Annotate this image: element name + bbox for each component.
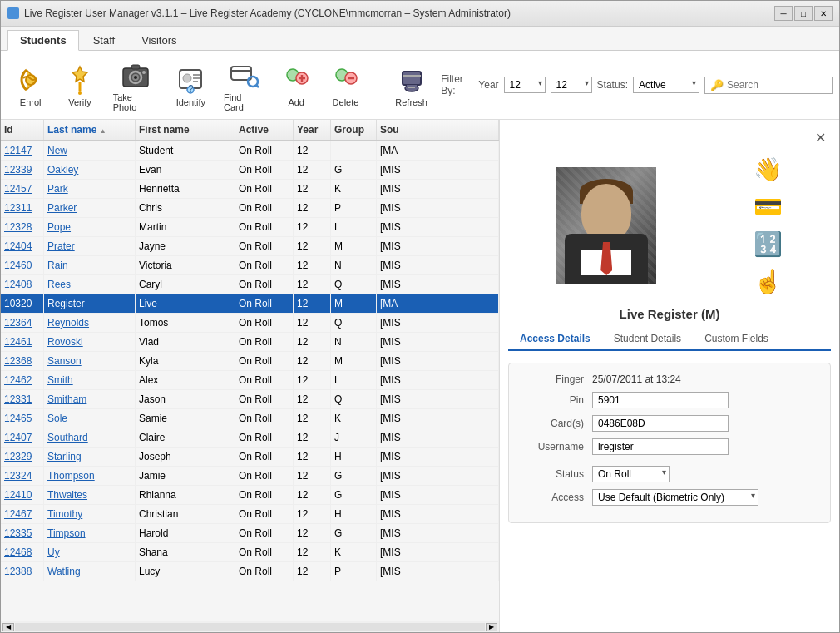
table-row[interactable]: 12410ThwaitesRhiannaOn Roll12G[MIS (1, 486, 499, 505)
status-row: Status On Roll Left Suspended (522, 466, 817, 482)
table-row[interactable]: 12364ReynoldsTomosOn Roll12Q[MIS (1, 314, 499, 333)
access-select[interactable]: Use Default (Biometric Only) Card Only P… (592, 489, 758, 506)
refresh-button[interactable]: Refresh (388, 59, 434, 111)
table-cell: P (331, 199, 377, 217)
scroll-right[interactable]: ▶ (486, 623, 497, 631)
table-row[interactable]: 12460RainVictoriaOn Roll12N[MIS (1, 256, 499, 275)
table-row[interactable]: 12461RovoskiVladOn Roll12N[MIS (1, 333, 499, 352)
year-num-select[interactable]: 12 (551, 77, 592, 93)
pin-row: Pin (522, 392, 817, 408)
table-row[interactable]: 12368SansonKylaOn Roll12M[MIS (1, 352, 499, 371)
col-group[interactable]: Group (331, 120, 377, 140)
enrol-label: Enrol (20, 97, 42, 107)
find-card-button[interactable]: Find Card (217, 54, 269, 116)
table-row[interactable]: 12457ParkHenriettaOn Roll12K[MIS (1, 180, 499, 199)
add-button[interactable]: Add (274, 59, 319, 111)
table-cell: [MIS (377, 467, 499, 485)
horizontal-scrollbar[interactable]: ◀ ▶ (1, 621, 499, 632)
detail-close-button[interactable]: ✕ (810, 128, 831, 147)
col-active[interactable]: Active (235, 120, 294, 140)
delete-button[interactable]: Delete (323, 59, 368, 111)
status-select[interactable]: On Roll Left Suspended (592, 466, 670, 482)
table-row[interactable]: 12147NewStudentOn Roll12[MA (1, 141, 499, 161)
enrol-button[interactable]: Enrol (7, 59, 53, 111)
verify-button[interactable]: Verify (57, 59, 102, 111)
finger-value: 25/07/2011 at 13:24 (592, 373, 681, 385)
take-photo-button[interactable]: Take Photo (106, 54, 165, 116)
access-details-content: Finger 25/07/2011 at 13:24 Pin Card(s) U… (508, 358, 831, 528)
pin-input[interactable] (592, 392, 729, 408)
tab-staff[interactable]: Staff (81, 30, 128, 50)
table-row[interactable]: 12388WatlingLucyOn Roll12P[MIS (1, 562, 499, 581)
close-button[interactable]: ✕ (814, 6, 833, 21)
minimize-button[interactable]: ─ (774, 6, 793, 21)
table-row[interactable]: 12408ReesCarylOn Roll12Q[MIS (1, 275, 499, 294)
table-row[interactable]: 12311ParkerChrisOn Roll12P[MIS (1, 199, 499, 218)
access-label: Access (522, 492, 589, 503)
status-select[interactable]: Active Inactive All (633, 77, 699, 93)
table-cell: [MIS (377, 275, 499, 294)
table-row[interactable]: 12339OakleyEvanOn Roll12G[MIS (1, 161, 499, 180)
table-cell: L (331, 371, 377, 389)
table-cell: On Roll (235, 486, 294, 504)
table-cell: On Roll (235, 237, 294, 255)
table-cell: Victoria (136, 256, 235, 274)
table-row[interactable]: 12328PopeMartinOn Roll12L[MIS (1, 218, 499, 237)
table-cell: H (331, 448, 377, 466)
year-select[interactable]: 12 (504, 77, 546, 93)
username-input[interactable] (592, 438, 729, 455)
tab-visitors[interactable]: Visitors (129, 30, 189, 50)
table-cell: G (331, 161, 377, 179)
search-input[interactable] (727, 79, 827, 91)
table-cell: Rees (44, 275, 136, 294)
tab-custom-fields[interactable]: Custom Fields (693, 328, 780, 351)
table-row[interactable]: 12467TimothyChristianOn Roll12H[MIS (1, 505, 499, 524)
col-year[interactable]: Year (294, 120, 331, 140)
identify-icon: ? (174, 62, 207, 96)
table-row[interactable]: 12462SmithAlexOn Roll12L[MIS (1, 371, 499, 390)
status-select-wrap: Active Inactive All (633, 77, 699, 93)
table-cell: On Roll (235, 390, 294, 408)
table-cell: [MIS (377, 256, 499, 274)
identify-button[interactable]: ? Identify (168, 59, 214, 111)
col-sou[interactable]: Sou (377, 120, 499, 140)
table-row[interactable]: 10320RegisterLiveOn Roll12M[MA (1, 294, 499, 314)
table-cell: Kyla (136, 352, 235, 370)
tab-student-details[interactable]: Student Details (602, 328, 693, 351)
col-firstname[interactable]: First name (136, 120, 235, 140)
table-row[interactable]: 12335TimpsonHaroldOn Roll12G[MIS (1, 524, 499, 543)
table-cell: K (331, 543, 377, 561)
table-cell: N (331, 256, 377, 274)
table-cell: Thwaites (44, 486, 136, 504)
tab-access-details[interactable]: Access Details (508, 328, 602, 351)
table-cell: Pope (44, 218, 136, 236)
table-row[interactable]: 12329StarlingJosephOn Roll12H[MIS (1, 448, 499, 467)
table-cell: G (331, 486, 377, 504)
table-cell: 12364 (1, 314, 44, 332)
table-row[interactable]: 12324ThompsonJamieOn Roll12G[MIS (1, 467, 499, 486)
cards-input[interactable] (592, 415, 729, 432)
year-label: Year (478, 79, 498, 91)
table-row[interactable]: 12331SmithamJasonOn Roll12Q[MIS (1, 390, 499, 409)
table-cell: 12147 (1, 141, 44, 160)
col-lastname[interactable]: Last name ▲ (44, 120, 136, 140)
table-cell: On Roll (235, 448, 294, 466)
table-cell: Tomos (136, 314, 235, 332)
table-cell: [MIS (377, 333, 499, 351)
table-cell: 12 (294, 371, 331, 389)
maximize-button[interactable]: □ (794, 6, 813, 21)
table-cell: Claire (136, 428, 235, 447)
scroll-left[interactable]: ◀ (2, 623, 14, 631)
tab-students[interactable]: Students (7, 30, 79, 51)
col-id[interactable]: Id (1, 120, 44, 140)
table-cell: 12 (294, 448, 331, 466)
table-cell: Parker (44, 199, 136, 217)
table-row[interactable]: 12468UyShanaOn Roll12K[MIS (1, 543, 499, 562)
svg-text:?: ? (188, 83, 194, 95)
table-row[interactable]: 12465SoleSamieOn Roll12K[MIS (1, 409, 499, 428)
scroll-track[interactable] (15, 623, 485, 631)
identify-label: Identify (176, 97, 205, 107)
cards-label: Card(s) (522, 418, 589, 429)
table-row[interactable]: 12404PraterJayneOn Roll12M[MIS (1, 237, 499, 256)
table-row[interactable]: 12407SouthardClaireOn Roll12J[MIS (1, 428, 499, 448)
